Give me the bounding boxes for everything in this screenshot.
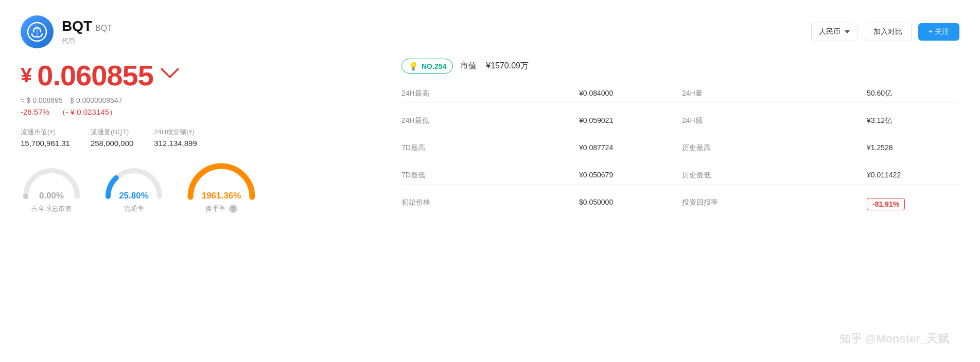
price-main: ¥ 0.060855 [21, 59, 371, 92]
grid-label-1-1: 24H最低 [401, 112, 579, 130]
circulation-rate-gauge: 25.80% 流通率 [103, 163, 165, 213]
circulation-rate-svg-wrapper: 25.80% [103, 163, 165, 201]
stats-grid: 24H最高¥0.08400024H量50.60亿24H最低¥0.05902124… [401, 85, 959, 214]
volume-24h-block: 24H成交额(¥) 312,134,899 [154, 128, 197, 148]
price-usd: ≈ $ 0.008695 [21, 96, 63, 104]
bulb-icon: 💡 [408, 61, 418, 71]
grid-value-3-2: ¥0.011422 [867, 167, 959, 185]
circulation-rate-pct-label: 25.80% [119, 191, 149, 201]
grid-value-4-2: -81.91% [867, 194, 959, 214]
turnover-rate-pct-label: 1961.36% [202, 191, 241, 201]
page-container: BQTBQT 代币 人民币 加入对比 + 关注 ¥ 0.060855 [0, 0, 980, 362]
main-content: ¥ 0.060855 ≈ $ 0.008695 ₿ 0.0000009547 -… [21, 59, 959, 214]
circulating-market-cap-block: 流通市值(¥) 15,700,961.31 [21, 128, 70, 148]
grid-label-1-2: 24H额 [682, 112, 867, 130]
global-share-gauge: 0.00% 占全球总市值 [21, 163, 82, 213]
volume-24h-label: 24H成交额(¥) [154, 128, 197, 137]
currency-selector[interactable]: 人民币 [811, 23, 857, 41]
chevron-down-icon [845, 30, 850, 33]
left-panel: ¥ 0.060855 ≈ $ 0.008695 ₿ 0.0000009547 -… [21, 59, 371, 214]
grid-value-0-1: ¥0.084000 [579, 85, 682, 103]
grid-value-1-1: ¥0.059021 [579, 112, 682, 130]
global-share-svg-wrapper: 0.00% [21, 163, 82, 201]
grid-value-1-2: ¥3.12亿 [867, 112, 959, 130]
grid-value-4-1: $0.050000 [579, 194, 682, 214]
roi-box: -81.91% [867, 198, 905, 210]
coin-logo [21, 15, 54, 48]
circulating-market-cap-value: 15,700,961.31 [21, 139, 70, 148]
grid-label-4-2: 投资回报率 [682, 194, 867, 214]
grid-value-2-1: ¥0.087724 [579, 139, 682, 157]
circulating-supply-block: 流通量(BQT) 258,000,000 [91, 128, 133, 148]
grid-label-4-1: 初始价格 [401, 194, 579, 214]
rank-badge: 💡 NO.254 [401, 59, 453, 74]
price-btc: ₿ 0.0000009547 [71, 96, 122, 104]
follow-button[interactable]: + 关注 [918, 23, 959, 41]
grid-label-0-2: 24H量 [682, 85, 867, 103]
price-trend-icon [161, 66, 179, 85]
grid-value-0-2: 50.60亿 [867, 85, 959, 103]
currency-selector-label: 人民币 [819, 27, 841, 37]
circulation-rate-label: 流通率 [124, 204, 144, 213]
grid-label-0-1: 24H最高 [401, 85, 579, 103]
coin-name-block: BQTBQT 代币 [62, 18, 112, 46]
coin-identity: BQTBQT 代币 [21, 15, 112, 48]
circulating-supply-label: 流通量(BQT) [91, 128, 133, 137]
down-arrow-svg [161, 66, 179, 81]
volume-24h-value: 312,134,899 [154, 139, 197, 148]
compare-button[interactable]: 加入对比 [864, 23, 912, 41]
header-actions: 人民币 加入对比 + 关注 [811, 23, 959, 41]
coin-ticker: BQT [95, 24, 112, 32]
global-share-pct-label: 0.00% [39, 191, 64, 201]
market-cap-value: ¥1570.09万 [486, 61, 529, 71]
header-row: BQTBQT 代币 人民币 加入对比 + 关注 [21, 15, 959, 48]
grid-value-2-2: ¥1.2528 [867, 139, 959, 157]
gauges-row: 0.00% 占全球总市值 [21, 160, 371, 213]
price-currency-symbol: ¥ [21, 64, 32, 87]
price-change: -26.57% （- ¥ 0.023145） [21, 107, 371, 117]
grid-label-3-1: 7D最低 [401, 167, 579, 185]
price-conversions: ≈ $ 0.008695 ₿ 0.0000009547 [21, 96, 371, 104]
rank-market-row: 💡 NO.254 市值 ¥1570.09万 [401, 59, 959, 74]
coin-title: BQTBQT [62, 18, 112, 34]
grid-value-3-1: ¥0.050679 [579, 167, 682, 185]
market-cap-label: 市值 [460, 61, 477, 71]
coin-type: 代币 [62, 37, 112, 46]
price-value: 0.060855 [37, 59, 153, 92]
stats-row: 流通市值(¥) 15,700,961.31 流通量(BQT) 258,000,0… [21, 128, 371, 148]
turnover-rate-label: 换手率 ? [205, 204, 237, 213]
circulating-market-cap-label: 流通市值(¥) [21, 128, 70, 137]
turnover-rate-gauge: 1961.36% 换手率 ? [185, 160, 257, 213]
price-change-pct: -26.57% [21, 107, 49, 116]
turnover-help-icon[interactable]: ? [229, 205, 237, 213]
right-panel: 💡 NO.254 市值 ¥1570.09万 24H最高¥0.08400024H量… [401, 59, 959, 214]
global-share-label: 占全球总市值 [31, 204, 72, 213]
coin-logo-svg [27, 22, 47, 42]
grid-label-3-2: 历史最低 [682, 167, 867, 185]
grid-label-2-1: 7D最高 [401, 139, 579, 157]
rank-label: NO.254 [422, 62, 446, 70]
turnover-rate-svg-wrapper: 1961.36% [185, 160, 257, 201]
circulating-supply-value: 258,000,000 [91, 139, 133, 148]
price-change-cny: （- ¥ 0.023145） [58, 107, 117, 116]
grid-label-2-2: 历史最高 [682, 139, 867, 157]
